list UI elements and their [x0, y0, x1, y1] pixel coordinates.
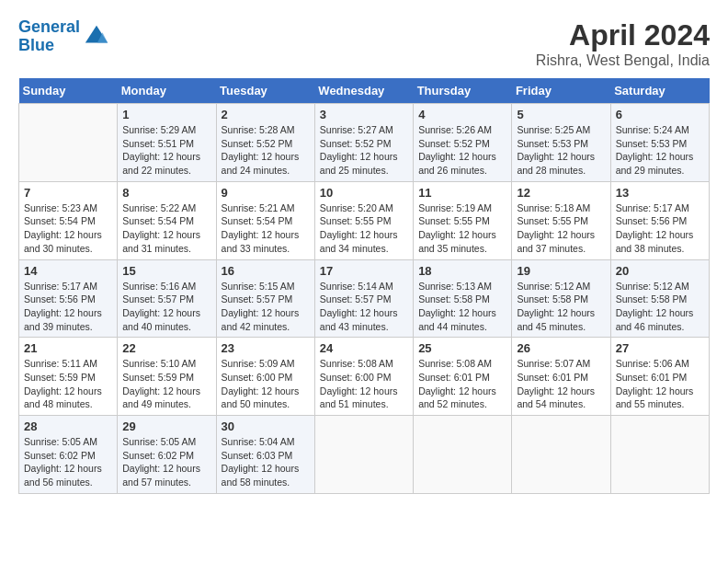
calendar-cell: 27Sunrise: 5:06 AM Sunset: 6:01 PM Dayli… [610, 338, 709, 416]
week-row-4: 21Sunrise: 5:11 AM Sunset: 5:59 PM Dayli… [19, 338, 710, 416]
calendar-cell: 30Sunrise: 5:04 AM Sunset: 6:03 PM Dayli… [216, 416, 314, 494]
col-thursday: Thursday [414, 78, 512, 104]
col-saturday: Saturday [610, 78, 709, 104]
day-number: 19 [517, 264, 605, 278]
cell-info: Sunrise: 5:05 AM Sunset: 6:02 PM Dayligh… [24, 435, 112, 489]
day-number: 8 [122, 186, 210, 200]
day-number: 18 [418, 264, 506, 278]
cell-info: Sunrise: 5:09 AM Sunset: 6:00 PM Dayligh… [222, 357, 310, 411]
day-number: 16 [222, 264, 310, 278]
day-number: 21 [24, 341, 112, 355]
day-number: 27 [616, 341, 704, 355]
cell-info: Sunrise: 5:22 AM Sunset: 5:54 PM Dayligh… [122, 201, 210, 256]
day-number: 3 [320, 108, 408, 121]
main-title: April 2024 [536, 18, 710, 52]
day-number: 23 [222, 341, 310, 355]
subtitle: Rishra, West Bengal, India [536, 52, 710, 69]
calendar-cell [512, 416, 610, 494]
cell-info: Sunrise: 5:23 AM Sunset: 5:54 PM Dayligh… [24, 201, 112, 256]
cell-info: Sunrise: 5:16 AM Sunset: 5:57 PM Dayligh… [122, 280, 210, 334]
day-number: 2 [222, 108, 310, 121]
day-number: 4 [418, 108, 506, 121]
calendar-cell: 2Sunrise: 5:28 AM Sunset: 5:52 PM Daylig… [216, 104, 314, 182]
cell-info: Sunrise: 5:18 AM Sunset: 5:55 PM Dayligh… [517, 201, 605, 256]
cell-info: Sunrise: 5:28 AM Sunset: 5:52 PM Dayligh… [222, 123, 310, 178]
day-number: 22 [122, 341, 210, 355]
col-monday: Monday [118, 78, 216, 104]
cell-info: Sunrise: 5:11 AM Sunset: 5:59 PM Dayligh… [24, 357, 112, 411]
cell-info: Sunrise: 5:10 AM Sunset: 5:59 PM Dayligh… [122, 357, 210, 411]
cell-info: Sunrise: 5:14 AM Sunset: 5:57 PM Dayligh… [320, 280, 408, 334]
cell-info: Sunrise: 5:27 AM Sunset: 5:52 PM Dayligh… [320, 123, 408, 178]
cell-info: Sunrise: 5:07 AM Sunset: 6:01 PM Dayligh… [517, 357, 605, 411]
calendar-cell: 8Sunrise: 5:22 AM Sunset: 5:54 PM Daylig… [118, 181, 216, 259]
cell-info: Sunrise: 5:12 AM Sunset: 5:58 PM Dayligh… [517, 280, 605, 334]
day-number: 5 [517, 108, 605, 121]
day-number: 7 [24, 186, 112, 200]
cell-info: Sunrise: 5:26 AM Sunset: 5:52 PM Dayligh… [418, 123, 506, 178]
calendar-cell: 5Sunrise: 5:25 AM Sunset: 5:53 PM Daylig… [512, 104, 610, 182]
calendar-cell [19, 104, 118, 182]
calendar-cell: 19Sunrise: 5:12 AM Sunset: 5:58 PM Dayli… [512, 259, 610, 338]
day-number: 11 [418, 186, 506, 200]
cell-info: Sunrise: 5:24 AM Sunset: 5:53 PM Dayligh… [616, 123, 704, 178]
day-number: 25 [418, 341, 506, 355]
week-row-5: 28Sunrise: 5:05 AM Sunset: 6:02 PM Dayli… [19, 416, 710, 494]
calendar-cell [314, 416, 413, 494]
title-block: April 2024 Rishra, West Bengal, India [536, 18, 710, 69]
calendar-cell: 18Sunrise: 5:13 AM Sunset: 5:58 PM Dayli… [414, 259, 512, 338]
cell-info: Sunrise: 5:17 AM Sunset: 5:56 PM Dayligh… [616, 201, 704, 256]
cell-info: Sunrise: 5:21 AM Sunset: 5:54 PM Dayligh… [222, 201, 310, 256]
header-row: Sunday Monday Tuesday Wednesday Thursday… [19, 78, 710, 104]
day-number: 24 [320, 341, 408, 355]
day-number: 14 [24, 264, 112, 278]
calendar-cell: 12Sunrise: 5:18 AM Sunset: 5:55 PM Dayli… [512, 181, 610, 259]
logo-icon [84, 24, 109, 50]
calendar-cell [610, 416, 709, 494]
cell-info: Sunrise: 5:04 AM Sunset: 6:03 PM Dayligh… [222, 435, 310, 489]
col-sunday: Sunday [19, 78, 118, 104]
calendar-cell: 13Sunrise: 5:17 AM Sunset: 5:56 PM Dayli… [610, 181, 709, 259]
day-number: 17 [320, 264, 408, 278]
cell-info: Sunrise: 5:25 AM Sunset: 5:53 PM Dayligh… [517, 123, 605, 178]
logo: General Blue [18, 18, 109, 55]
calendar-cell: 21Sunrise: 5:11 AM Sunset: 5:59 PM Dayli… [19, 338, 118, 416]
calendar-header: Sunday Monday Tuesday Wednesday Thursday… [19, 78, 710, 104]
cell-info: Sunrise: 5:29 AM Sunset: 5:51 PM Dayligh… [122, 123, 210, 178]
calendar-cell: 3Sunrise: 5:27 AM Sunset: 5:52 PM Daylig… [314, 104, 413, 182]
day-number: 20 [616, 264, 704, 278]
calendar-cell: 15Sunrise: 5:16 AM Sunset: 5:57 PM Dayli… [118, 259, 216, 338]
col-wednesday: Wednesday [314, 78, 413, 104]
calendar-cell: 29Sunrise: 5:05 AM Sunset: 6:02 PM Dayli… [118, 416, 216, 494]
calendar-cell: 4Sunrise: 5:26 AM Sunset: 5:52 PM Daylig… [414, 104, 512, 182]
day-number: 29 [122, 419, 210, 433]
day-number: 6 [616, 108, 704, 121]
calendar-cell: 26Sunrise: 5:07 AM Sunset: 6:01 PM Dayli… [512, 338, 610, 416]
calendar-cell: 16Sunrise: 5:15 AM Sunset: 5:57 PM Dayli… [216, 259, 314, 338]
logo-text: General Blue [18, 18, 80, 55]
cell-info: Sunrise: 5:08 AM Sunset: 6:01 PM Dayligh… [418, 357, 506, 411]
day-number: 30 [222, 419, 310, 433]
day-number: 28 [24, 419, 112, 433]
calendar-cell [414, 416, 512, 494]
calendar-cell: 28Sunrise: 5:05 AM Sunset: 6:02 PM Dayli… [19, 416, 118, 494]
calendar-body: 1Sunrise: 5:29 AM Sunset: 5:51 PM Daylig… [19, 104, 710, 494]
cell-info: Sunrise: 5:19 AM Sunset: 5:55 PM Dayligh… [418, 201, 506, 256]
day-number: 10 [320, 186, 408, 200]
cell-info: Sunrise: 5:17 AM Sunset: 5:56 PM Dayligh… [24, 280, 112, 334]
col-tuesday: Tuesday [216, 78, 314, 104]
calendar-cell: 7Sunrise: 5:23 AM Sunset: 5:54 PM Daylig… [19, 181, 118, 259]
week-row-3: 14Sunrise: 5:17 AM Sunset: 5:56 PM Dayli… [19, 259, 710, 338]
calendar-table: Sunday Monday Tuesday Wednesday Thursday… [18, 78, 710, 494]
col-friday: Friday [512, 78, 610, 104]
cell-info: Sunrise: 5:05 AM Sunset: 6:02 PM Dayligh… [122, 435, 210, 489]
cell-info: Sunrise: 5:08 AM Sunset: 6:00 PM Dayligh… [320, 357, 408, 411]
calendar-cell: 20Sunrise: 5:12 AM Sunset: 5:58 PM Dayli… [610, 259, 709, 338]
cell-info: Sunrise: 5:15 AM Sunset: 5:57 PM Dayligh… [222, 280, 310, 334]
calendar-cell: 22Sunrise: 5:10 AM Sunset: 5:59 PM Dayli… [118, 338, 216, 416]
calendar-cell: 1Sunrise: 5:29 AM Sunset: 5:51 PM Daylig… [118, 104, 216, 182]
calendar-cell: 23Sunrise: 5:09 AM Sunset: 6:00 PM Dayli… [216, 338, 314, 416]
cell-info: Sunrise: 5:12 AM Sunset: 5:58 PM Dayligh… [616, 280, 704, 334]
cell-info: Sunrise: 5:06 AM Sunset: 6:01 PM Dayligh… [616, 357, 704, 411]
day-number: 9 [222, 186, 310, 200]
